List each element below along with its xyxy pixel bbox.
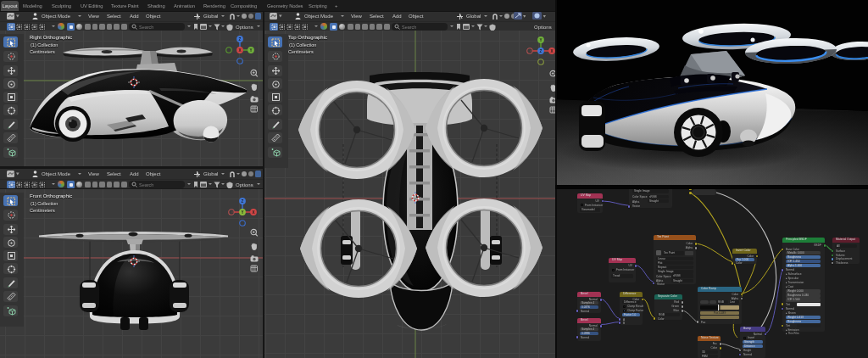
svg-text:Z: Z (540, 49, 542, 53)
svg-text:Y: Y (241, 210, 243, 215)
svg-text:Y: Y (539, 38, 542, 42)
svg-text:Z: Z (242, 199, 244, 204)
svg-text:Z: Z (239, 37, 242, 42)
svg-text:Y: Y (249, 48, 252, 53)
